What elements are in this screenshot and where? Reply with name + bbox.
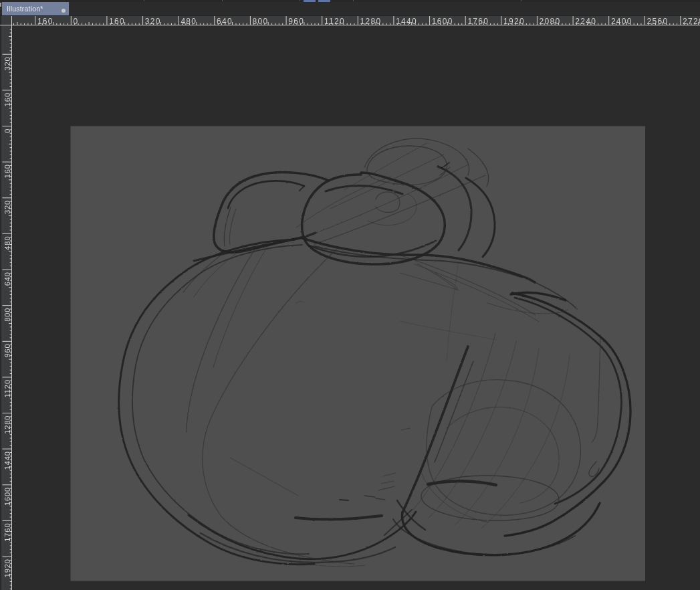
svg-text:960: 960: [3, 344, 11, 358]
svg-text:800: 800: [253, 17, 269, 26]
svg-text:1120: 1120: [3, 379, 11, 397]
svg-text:0: 0: [74, 17, 79, 26]
svg-text:1440: 1440: [396, 17, 417, 26]
svg-text:320: 320: [3, 56, 11, 70]
svg-text:1600: 1600: [3, 487, 11, 506]
svg-text:640: 640: [217, 17, 233, 26]
svg-text:160: 160: [3, 164, 11, 178]
svg-text:1280: 1280: [360, 17, 382, 26]
svg-text:1600: 1600: [432, 17, 453, 26]
svg-text:320: 320: [145, 17, 161, 26]
svg-text:1280: 1280: [3, 415, 11, 434]
svg-text:160: 160: [109, 17, 125, 26]
svg-text:2720: 2720: [683, 17, 700, 26]
svg-text:0: 0: [3, 128, 11, 133]
svg-text:1120: 1120: [324, 17, 345, 26]
svg-text:800: 800: [3, 308, 11, 322]
svg-text:2080: 2080: [540, 17, 561, 26]
svg-text:1920: 1920: [503, 17, 525, 26]
svg-text:160: 160: [37, 17, 53, 26]
svg-text:160: 160: [3, 92, 11, 106]
svg-text:2240: 2240: [575, 17, 596, 26]
svg-text:1920: 1920: [3, 559, 11, 577]
svg-text:480: 480: [3, 236, 11, 250]
svg-text:1760: 1760: [467, 17, 489, 26]
svg-text:960: 960: [288, 17, 304, 26]
svg-text:2560: 2560: [647, 17, 669, 26]
svg-text:640: 640: [3, 272, 11, 286]
svg-text:1760: 1760: [3, 523, 11, 542]
svg-text:480: 480: [181, 17, 197, 26]
svg-text:320: 320: [3, 200, 11, 214]
svg-text:2400: 2400: [611, 17, 632, 26]
svg-text:1440: 1440: [3, 451, 11, 470]
